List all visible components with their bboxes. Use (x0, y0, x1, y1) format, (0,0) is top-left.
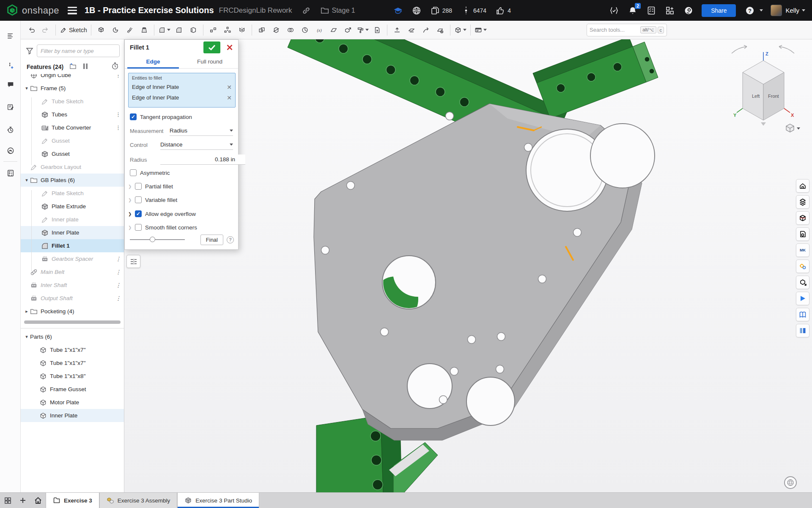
feature-list-toggle-button[interactable] (126, 255, 140, 268)
view-cube-front-label[interactable]: Front (768, 94, 779, 99)
partial-fillet-checkbox[interactable] (135, 183, 142, 190)
intersect-button[interactable] (283, 23, 298, 37)
revolve-button[interactable] (108, 23, 123, 37)
commit-button[interactable] (203, 41, 220, 53)
feature-item-inner-plate[interactable]: Inner Plate (21, 226, 124, 239)
entities-to-fillet-box[interactable]: Entities to fillet Edge of Inner Plate ✕… (128, 73, 236, 108)
versions-counter[interactable]: 6474 (461, 6, 486, 15)
tab-edge[interactable]: Edge (125, 55, 181, 68)
share-link-icon[interactable] (302, 6, 311, 15)
notifications-button[interactable]: 2 (628, 6, 637, 15)
feature-item-tube-sketch[interactable]: Tube Sketch (21, 95, 124, 108)
feature-item-origin-cube[interactable]: Origin Cube⋮ (21, 74, 124, 82)
collapse-caret-icon[interactable]: ▾ (23, 177, 30, 183)
view-cube-left-label[interactable]: Left (752, 94, 760, 99)
final-button[interactable]: Final (200, 235, 223, 245)
circular-pattern-button[interactable] (220, 23, 235, 37)
mk-shortcut-button[interactable]: MK (796, 243, 809, 257)
part-item-inner-plate[interactable]: Inner Plate (21, 409, 124, 422)
smooth-fillet-corners-checkbox[interactable] (135, 224, 142, 231)
regen-time-icon[interactable] (111, 62, 119, 72)
part-item-tube-1-x1-x8-[interactable]: Tube 1"x1"x8" (21, 370, 124, 383)
offset-surface-button[interactable] (404, 23, 419, 37)
gears-shortcut-button[interactable] (796, 260, 809, 273)
plane-button[interactable] (326, 23, 341, 37)
extrude-button[interactable] (94, 23, 108, 37)
mirror-button[interactable] (235, 23, 249, 37)
primitives-button[interactable] (453, 23, 468, 37)
tasks-button[interactable] (647, 6, 656, 15)
document-tab-exercise-3[interactable]: Exercise 3 (46, 493, 99, 508)
delete-face-button[interactable] (433, 23, 447, 37)
collapse-caret-icon[interactable]: ▾ (23, 334, 30, 340)
share-button[interactable]: Share (702, 4, 736, 17)
sweep-button[interactable] (123, 23, 137, 37)
expand-chevron-icon[interactable]: ❯ (128, 212, 134, 216)
main-menu-button[interactable] (68, 7, 77, 14)
section-shortcut-button[interactable] (796, 211, 809, 225)
feature-item-output-shaft[interactable]: Output Shaft⋮ (21, 292, 124, 305)
feature-item-gb-plates-6-[interactable]: ▾GB Plates (6) (21, 174, 124, 187)
feature-item-pocketing-4-[interactable]: ▸Pocketing (4) (21, 305, 124, 318)
columns-shortcut-button[interactable] (796, 324, 809, 337)
dialog-help-icon[interactable]: ? (227, 236, 234, 243)
radius-input[interactable] (160, 155, 245, 165)
ent行ity-item[interactable]: Edge of Inner Plate ✕ (131, 92, 233, 103)
feature-item-main-belt[interactable]: Main Belt⋮ (21, 265, 124, 279)
cancel-button[interactable] (225, 42, 235, 52)
part-item-frame-gusset[interactable]: Frame Gusset (21, 383, 124, 396)
feature-item-inner-plate[interactable]: Inner plate (21, 213, 124, 226)
feature-item-tube-converter[interactable]: Tube Converter⋮ (21, 121, 124, 134)
feature-item-gusset[interactable]: Gusset (21, 134, 124, 147)
breadcrumb[interactable]: Stage 1 (320, 6, 355, 15)
control-dropdown[interactable]: Distance (160, 140, 233, 150)
expand-chevron-icon[interactable]: ❯ (128, 225, 134, 230)
export-shortcut-button[interactable] (796, 276, 809, 289)
asymmetric-checkbox[interactable] (130, 169, 137, 176)
expand-chevron-icon[interactable]: ❯ (128, 198, 134, 202)
parts-section-header[interactable]: ▾Parts (6) (21, 330, 124, 343)
document-tab-exercise-3-part-studio[interactable]: Exercise 3 Part Studio (177, 493, 259, 508)
tool-search-input[interactable] (590, 27, 639, 33)
suspend-icon[interactable] (82, 63, 88, 71)
feature-item-plate-extrude[interactable]: Plate Extrude (21, 200, 124, 213)
add-folder-icon[interactable] (69, 63, 77, 72)
public-globe-icon[interactable] (412, 6, 421, 15)
comments-icon[interactable] (4, 78, 17, 91)
properties-button[interactable] (473, 23, 488, 37)
view-cube[interactable]: Left Front Z Y X (719, 43, 808, 136)
document-tab-exercise-3-assembly[interactable]: Exercise 3 Assembly (99, 493, 178, 508)
filter-input[interactable] (37, 44, 120, 57)
part-item-motor-plate[interactable]: Motor Plate (21, 396, 124, 409)
add-tab-button[interactable] (15, 493, 30, 508)
user-menu-caret-icon[interactable] (802, 9, 805, 11)
tangent-propagation-checkbox[interactable]: ✓ (130, 113, 137, 120)
view-cube-body[interactable]: Left Front (743, 61, 784, 120)
home-tab-button[interactable] (30, 493, 46, 508)
delete-part-button[interactable] (370, 23, 384, 37)
linear-pattern-button[interactable] (206, 23, 220, 37)
insert-version-icon[interactable] (4, 59, 17, 72)
shell-button[interactable] (186, 23, 200, 37)
tab-manager-icon[interactable] (0, 493, 15, 508)
split-button[interactable] (269, 23, 283, 37)
checklist-icon[interactable] (4, 167, 17, 179)
view-options-button[interactable] (786, 124, 800, 132)
helix-button[interactable] (298, 23, 312, 37)
notes-icon[interactable] (4, 101, 17, 113)
variable-fillet-checkbox[interactable] (135, 196, 142, 203)
feature-item-gusset[interactable]: Gusset (21, 147, 124, 160)
learning-center-icon[interactable] (4, 144, 17, 157)
ai-assistant-button[interactable] (684, 6, 693, 15)
project-curve-button[interactable] (419, 23, 433, 37)
variable-button[interactable]: (x) (312, 23, 326, 37)
home-shortcut-button[interactable] (796, 179, 809, 193)
feature-item-inter-shaft[interactable]: Inter Shaft⋮ (21, 279, 124, 292)
drive-shortcut-button[interactable] (796, 292, 809, 305)
feature-item-fillet-1[interactable]: Fillet 1 (21, 239, 124, 252)
remove-entity-icon[interactable]: ✕ (226, 84, 233, 91)
likes-counter[interactable]: 4 (496, 6, 511, 15)
undo-button[interactable] (24, 23, 38, 37)
rotate-arrows-icon[interactable] (732, 45, 794, 53)
thicken-button[interactable] (390, 23, 404, 37)
